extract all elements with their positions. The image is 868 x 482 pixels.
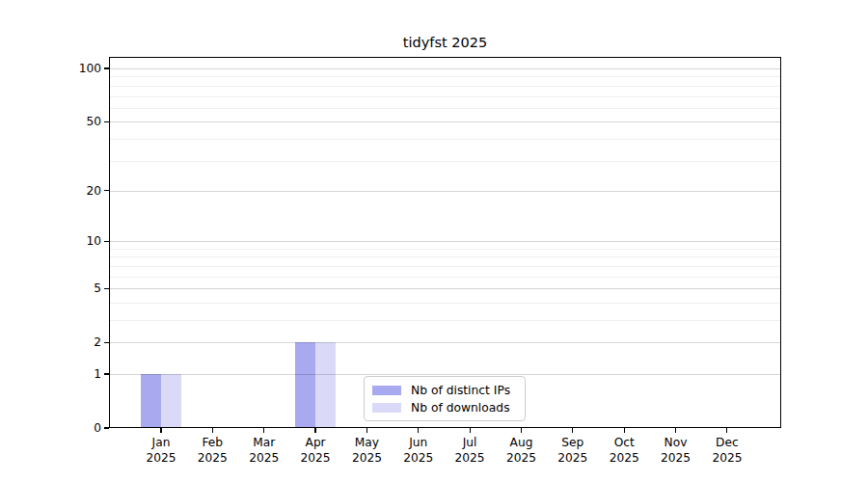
bar-distinct-ips [295,342,315,428]
x-tick [624,428,625,433]
x-tick [675,428,676,433]
y-tick-label: 10 [53,234,101,248]
gridline-major [109,342,781,343]
gridline-minor [109,320,781,321]
gridline-minor [109,161,781,162]
gridline-minor [109,108,781,109]
y-tick [104,427,109,428]
legend-item: Nb of downloads [372,401,517,415]
gridline-major [109,68,781,69]
y-tick [104,373,109,374]
gridline-minor [109,277,781,278]
gridline-minor [109,96,781,97]
legend-swatch [372,386,401,395]
gridline-minor [109,86,781,87]
legend-label: Nb of downloads [411,401,510,415]
bar-downloads [315,342,336,428]
gridline-major [109,288,781,289]
gridline-minor [109,266,781,267]
gridline-major [109,191,781,192]
x-tick [572,428,573,433]
gridline-minor [109,249,781,250]
x-tick [314,428,315,433]
x-tick-label: Dec 2025 [696,436,758,466]
y-tick-label: 2 [53,335,101,349]
y-tick-label: 0 [53,421,101,435]
y-tick-label: 20 [53,184,101,198]
x-tick [521,428,522,433]
y-tick [104,190,109,191]
y-tick-label: 5 [53,281,101,295]
y-tick-label: 1 [53,367,101,381]
legend-item: Nb of distinct IPs [372,384,517,397]
legend-swatch [372,403,401,413]
gridline-major [109,374,781,375]
y-tick [104,67,109,68]
legend-label: Nb of distinct IPs [411,384,510,397]
x-tick [470,428,471,433]
bar-distinct-ips [141,374,161,428]
figure: tidyfst 2025 0125102050100Jan 2025Feb 20… [0,0,868,482]
x-tick [366,428,367,433]
x-tick [212,428,213,433]
x-tick [263,428,264,433]
x-tick [418,428,419,433]
y-tick [104,121,109,122]
gridline-minor [109,76,781,77]
gridline-minor [109,139,781,140]
y-tick [104,342,109,343]
gridline-minor [109,256,781,257]
x-tick [160,428,161,433]
y-tick-label: 50 [53,115,101,128]
legend: Nb of distinct IPsNb of downloads [364,376,526,421]
y-tick [104,241,109,242]
gridline-minor [109,303,781,304]
gridline-major [109,121,781,122]
y-tick [104,288,109,289]
gridline-major [109,241,781,242]
x-tick [726,428,727,433]
y-tick-label: 100 [53,62,101,75]
bar-downloads [161,374,181,428]
